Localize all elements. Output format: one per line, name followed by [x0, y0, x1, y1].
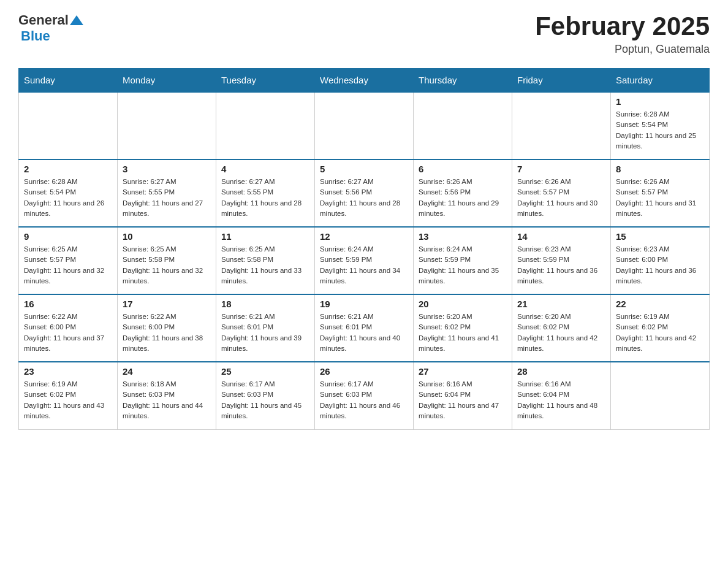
calendar-cell-w3-d4: 12 Sunrise: 6:24 AMSunset: 5:59 PMDaylig… [315, 227, 414, 294]
day-number: 16 [24, 299, 112, 309]
day-info: Sunrise: 6:21 AMSunset: 6:01 PMDaylight:… [320, 312, 408, 354]
calendar-cell-w3-d1: 9 Sunrise: 6:25 AMSunset: 5:57 PMDayligh… [19, 227, 118, 294]
week-row-4: 16 Sunrise: 6:22 AMSunset: 6:00 PMDaylig… [19, 294, 710, 362]
day-info: Sunrise: 6:26 AMSunset: 5:57 PMDaylight:… [616, 177, 704, 219]
calendar-cell-w1-d6 [512, 92, 611, 159]
calendar-cell-w5-d4: 26 Sunrise: 6:17 AMSunset: 6:03 PMDaylig… [315, 362, 414, 429]
day-number: 8 [616, 164, 704, 174]
calendar-cell-w5-d6: 28 Sunrise: 6:16 AMSunset: 6:04 PMDaylig… [512, 362, 611, 429]
calendar-cell-w4-d2: 17 Sunrise: 6:22 AMSunset: 6:00 PMDaylig… [118, 294, 216, 362]
calendar-cell-w1-d2 [118, 92, 216, 159]
calendar-cell-w5-d3: 25 Sunrise: 6:17 AMSunset: 6:03 PMDaylig… [216, 362, 315, 429]
day-info: Sunrise: 6:21 AMSunset: 6:01 PMDaylight:… [221, 312, 309, 354]
calendar-cell-w1-d5 [414, 92, 512, 159]
calendar-cell-w2-d2: 3 Sunrise: 6:27 AMSunset: 5:55 PMDayligh… [118, 159, 216, 227]
calendar-cell-w5-d1: 23 Sunrise: 6:19 AMSunset: 6:02 PMDaylig… [19, 362, 118, 429]
day-info: Sunrise: 6:26 AMSunset: 5:56 PMDaylight:… [419, 177, 507, 219]
calendar-table: Sunday Monday Tuesday Wednesday Thursday… [18, 68, 710, 430]
day-number: 22 [616, 299, 704, 309]
day-number: 25 [221, 366, 309, 377]
calendar-cell-w1-d3 [216, 92, 315, 159]
day-number: 4 [221, 164, 309, 174]
calendar-cell-w5-d2: 24 Sunrise: 6:18 AMSunset: 6:03 PMDaylig… [118, 362, 216, 429]
day-info: Sunrise: 6:16 AMSunset: 6:04 PMDaylight:… [517, 379, 605, 421]
calendar-cell-w3-d6: 14 Sunrise: 6:23 AMSunset: 5:59 PMDaylig… [512, 227, 611, 294]
day-info: Sunrise: 6:17 AMSunset: 6:03 PMDaylight:… [320, 379, 408, 421]
day-number: 9 [24, 231, 112, 242]
calendar-subtitle: Poptun, Guatemala [535, 43, 710, 56]
day-number: 3 [123, 164, 211, 174]
col-friday: Friday [512, 69, 611, 93]
day-info: Sunrise: 6:25 AMSunset: 5:58 PMDaylight:… [123, 244, 211, 286]
col-saturday: Saturday [611, 69, 710, 93]
day-info: Sunrise: 6:24 AMSunset: 5:59 PMDaylight:… [320, 244, 408, 286]
day-info: Sunrise: 6:16 AMSunset: 6:04 PMDaylight:… [419, 379, 507, 421]
calendar-cell-w2-d1: 2 Sunrise: 6:28 AMSunset: 5:54 PMDayligh… [19, 159, 118, 227]
day-info: Sunrise: 6:27 AMSunset: 5:56 PMDaylight:… [320, 177, 408, 219]
day-number: 14 [517, 231, 605, 242]
calendar-cell-w2-d7: 8 Sunrise: 6:26 AMSunset: 5:57 PMDayligh… [611, 159, 710, 227]
day-info: Sunrise: 6:24 AMSunset: 5:59 PMDaylight:… [419, 244, 507, 286]
calendar-cell-w4-d7: 22 Sunrise: 6:19 AMSunset: 6:02 PMDaylig… [611, 294, 710, 362]
day-info: Sunrise: 6:27 AMSunset: 5:55 PMDaylight:… [221, 177, 309, 219]
col-sunday: Sunday [19, 69, 118, 93]
calendar-title: February 2025 [535, 12, 710, 40]
week-row-1: 1 Sunrise: 6:28 AMSunset: 5:54 PMDayligh… [19, 92, 710, 159]
day-number: 23 [24, 366, 112, 377]
calendar-cell-w2-d4: 5 Sunrise: 6:27 AMSunset: 5:56 PMDayligh… [315, 159, 414, 227]
calendar-cell-w1-d1 [19, 92, 118, 159]
calendar-header-row: Sunday Monday Tuesday Wednesday Thursday… [19, 69, 710, 93]
day-info: Sunrise: 6:22 AMSunset: 6:00 PMDaylight:… [123, 312, 211, 354]
day-info: Sunrise: 6:25 AMSunset: 5:57 PMDaylight:… [24, 244, 112, 286]
day-number: 10 [123, 231, 211, 242]
day-info: Sunrise: 6:20 AMSunset: 6:02 PMDaylight:… [419, 312, 507, 354]
day-info: Sunrise: 6:26 AMSunset: 5:57 PMDaylight:… [517, 177, 605, 219]
day-number: 21 [517, 299, 605, 309]
day-number: 1 [616, 96, 704, 107]
day-info: Sunrise: 6:17 AMSunset: 6:03 PMDaylight:… [221, 379, 309, 421]
calendar-cell-w4-d3: 18 Sunrise: 6:21 AMSunset: 6:01 PMDaylig… [216, 294, 315, 362]
week-row-2: 2 Sunrise: 6:28 AMSunset: 5:54 PMDayligh… [19, 159, 710, 227]
calendar-cell-w5-d5: 27 Sunrise: 6:16 AMSunset: 6:04 PMDaylig… [414, 362, 512, 429]
day-number: 17 [123, 299, 211, 309]
svg-marker-0 [70, 15, 83, 25]
day-number: 20 [419, 299, 507, 309]
col-thursday: Thursday [414, 69, 512, 93]
day-info: Sunrise: 6:28 AMSunset: 5:54 PMDaylight:… [24, 177, 112, 219]
day-info: Sunrise: 6:23 AMSunset: 6:00 PMDaylight:… [616, 244, 704, 286]
day-info: Sunrise: 6:27 AMSunset: 5:55 PMDaylight:… [123, 177, 211, 219]
day-number: 7 [517, 164, 605, 174]
day-number: 15 [616, 231, 704, 242]
day-number: 5 [320, 164, 408, 174]
day-number: 6 [419, 164, 507, 174]
col-wednesday: Wednesday [315, 69, 414, 93]
day-number: 2 [24, 164, 112, 174]
calendar-cell-w3-d3: 11 Sunrise: 6:25 AMSunset: 5:58 PMDaylig… [216, 227, 315, 294]
calendar-cell-w3-d2: 10 Sunrise: 6:25 AMSunset: 5:58 PMDaylig… [118, 227, 216, 294]
day-number: 13 [419, 231, 507, 242]
day-info: Sunrise: 6:19 AMSunset: 6:02 PMDaylight:… [616, 312, 704, 354]
calendar-cell-w2-d6: 7 Sunrise: 6:26 AMSunset: 5:57 PMDayligh… [512, 159, 611, 227]
calendar-cell-w3-d7: 15 Sunrise: 6:23 AMSunset: 6:00 PMDaylig… [611, 227, 710, 294]
calendar-cell-w3-d5: 13 Sunrise: 6:24 AMSunset: 5:59 PMDaylig… [414, 227, 512, 294]
calendar-cell-w4-d6: 21 Sunrise: 6:20 AMSunset: 6:02 PMDaylig… [512, 294, 611, 362]
week-row-5: 23 Sunrise: 6:19 AMSunset: 6:02 PMDaylig… [19, 362, 710, 429]
day-info: Sunrise: 6:18 AMSunset: 6:03 PMDaylight:… [123, 379, 211, 421]
calendar-cell-w1-d7: 1 Sunrise: 6:28 AMSunset: 5:54 PMDayligh… [611, 92, 710, 159]
day-number: 28 [517, 366, 605, 377]
calendar-cell-w4-d4: 19 Sunrise: 6:21 AMSunset: 6:01 PMDaylig… [315, 294, 414, 362]
col-monday: Monday [118, 69, 216, 93]
day-number: 19 [320, 299, 408, 309]
day-info: Sunrise: 6:25 AMSunset: 5:58 PMDaylight:… [221, 244, 309, 286]
day-info: Sunrise: 6:22 AMSunset: 6:00 PMDaylight:… [24, 312, 112, 354]
day-info: Sunrise: 6:28 AMSunset: 5:54 PMDaylight:… [616, 109, 704, 151]
day-number: 18 [221, 299, 309, 309]
day-number: 11 [221, 231, 309, 242]
calendar-cell-w4-d5: 20 Sunrise: 6:20 AMSunset: 6:02 PMDaylig… [414, 294, 512, 362]
day-number: 27 [419, 366, 507, 377]
day-info: Sunrise: 6:20 AMSunset: 6:02 PMDaylight:… [517, 312, 605, 354]
calendar-cell-w4-d1: 16 Sunrise: 6:22 AMSunset: 6:00 PMDaylig… [19, 294, 118, 362]
week-row-3: 9 Sunrise: 6:25 AMSunset: 5:57 PMDayligh… [19, 227, 710, 294]
day-info: Sunrise: 6:23 AMSunset: 5:59 PMDaylight:… [517, 244, 605, 286]
day-info: Sunrise: 6:19 AMSunset: 6:02 PMDaylight:… [24, 379, 112, 421]
